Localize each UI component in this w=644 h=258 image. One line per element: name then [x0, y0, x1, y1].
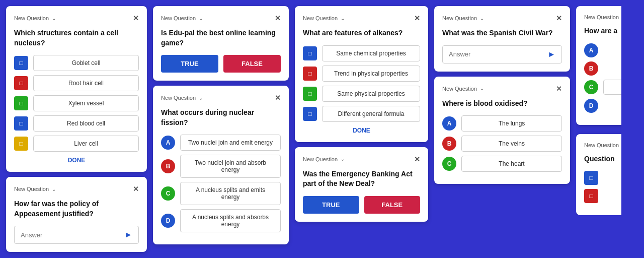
option-icon-3: □ [14, 96, 28, 110]
question-text-6: Was the Emergency Banking Act part of th… [303, 169, 420, 189]
option-icon-4: □ [14, 116, 28, 131]
option-fission-d: D A nucleus splits and absorbs energy [161, 209, 281, 232]
option-label-a2[interactable]: Trend in physical properties [322, 66, 420, 82]
send-icon[interactable]: ► [124, 230, 132, 239]
card-header-8: New Question ⌄ ✕ [442, 85, 562, 93]
option-label-3[interactable]: Xylem vessel [33, 95, 139, 111]
option-icon-a3: □ [303, 87, 317, 101]
option-icon-bb: B [442, 137, 456, 151]
option-icon-a1: □ [303, 46, 317, 60]
close-icon-8[interactable]: ✕ [556, 85, 562, 93]
option-alkane-1: □ Same chemical properties [303, 45, 420, 61]
close-icon[interactable]: ✕ [133, 14, 139, 22]
answer-input-container: ► [14, 226, 139, 244]
option-alkane-3: □ Same physical properties [303, 86, 420, 102]
new-question-label-9: New Question [584, 14, 619, 20]
option-alkane-2: □ Trend in physical properties [303, 66, 420, 82]
option-icon-bc: C [442, 157, 456, 171]
option-xylem: □ Xylem vessel [14, 95, 139, 111]
true-button[interactable]: TRUE [161, 55, 218, 73]
option-icon-fc: C [161, 186, 175, 201]
option-label-a4[interactable]: Different general formula [322, 106, 420, 122]
close-icon-3[interactable]: ✕ [275, 14, 281, 22]
new-question-label-7: New Question [442, 15, 477, 21]
close-icon-7[interactable]: ✕ [556, 14, 562, 22]
question-text-8: Where is blood oxidised? [442, 99, 562, 109]
option-label-fb[interactable]: Two nuclei join and absorb energy [180, 155, 281, 178]
false-button[interactable]: FALSE [223, 55, 281, 73]
option-label-bb[interactable]: The veins [461, 136, 562, 152]
option-label-1[interactable]: Goblet cell [33, 55, 139, 71]
question-text-7: What was the Spanish Civil War? [442, 28, 562, 38]
card-header-4: New Question ⌄ ✕ [161, 94, 281, 102]
option-icon-fb: B [161, 159, 175, 173]
option-label-ba[interactable]: The lungs [461, 115, 562, 132]
answer-input-2[interactable] [449, 50, 547, 58]
chevron-down-icon-6[interactable]: ⌄ [341, 156, 345, 162]
question-text-10: Question [584, 154, 621, 164]
new-question-label-2: New Question [14, 186, 49, 192]
answer-input[interactable] [21, 231, 124, 239]
chevron-down-icon-3[interactable]: ⌄ [199, 16, 203, 21]
option-icon-ba: A [442, 116, 456, 131]
chevron-down-icon-4[interactable]: ⌄ [199, 95, 203, 101]
option-alkane-4: □ Different general formula [303, 106, 420, 122]
chevron-down-icon-8[interactable]: ⌄ [480, 86, 484, 91]
card-nuclear-fission: New Question ⌄ ✕ What occurs during nucl… [153, 86, 289, 244]
option-icon-fd: D [161, 214, 175, 228]
option-goblet: □ Goblet cell [14, 55, 139, 71]
close-icon-4[interactable]: ✕ [275, 94, 281, 102]
false-button-2[interactable]: FALSE [364, 196, 421, 214]
done-button-2[interactable]: DONE [303, 127, 420, 134]
option-p2-2: □ [584, 189, 621, 203]
chevron-down-icon-7[interactable]: ⌄ [480, 16, 484, 21]
option-label-2[interactable]: Root hair cell [33, 75, 139, 91]
option-icon-p1a: A [584, 43, 598, 57]
option-label-p1c: Fr [603, 80, 621, 95]
option-p1-c: C Fr [584, 80, 621, 95]
new-question-label-5: New Question [303, 15, 338, 21]
option-icon-p1d: D [584, 99, 598, 113]
option-icon-fa: A [161, 136, 175, 150]
card-header-10: New Question [584, 142, 621, 148]
option-label-a3[interactable]: Same physical properties [322, 86, 420, 102]
answer-input-container-2: ► [442, 45, 562, 63]
option-roothair: □ Root hair cell [14, 75, 139, 91]
card-header-9: New Question [584, 14, 621, 20]
option-blood-c: C The heart [442, 156, 562, 172]
option-icon-p1c: C [584, 80, 598, 94]
question-text: Which structures contain a cell nucleus? [14, 28, 139, 48]
option-label-fd[interactable]: A nucleus splits and absorbs energy [180, 209, 281, 232]
new-question-label-3: New Question [161, 15, 196, 21]
option-blood-b: B The veins [442, 136, 562, 152]
card-blood-oxidised: New Question ⌄ ✕ Where is blood oxidised… [434, 77, 570, 184]
card-appeasement: New Question ⌄ ✕ How far was the policy … [6, 177, 147, 252]
true-button-2[interactable]: TRUE [303, 196, 359, 214]
option-label-5[interactable]: Liver cell [33, 136, 139, 152]
option-label-a1[interactable]: Same chemical properties [322, 45, 420, 61]
card-header-7: New Question ⌄ ✕ [442, 14, 562, 22]
option-label-bc[interactable]: The heart [461, 156, 562, 172]
close-icon-2[interactable]: ✕ [133, 185, 139, 193]
chevron-down-icon-5[interactable]: ⌄ [341, 16, 345, 21]
option-icon-5: □ [14, 137, 28, 151]
done-button[interactable]: DONE [14, 157, 139, 164]
option-blood-a: A The lungs [442, 115, 562, 132]
send-icon-2[interactable]: ► [547, 50, 555, 59]
card-partial-1: New Question How are a A B C Fr D [576, 6, 621, 125]
new-question-label-4: New Question [161, 95, 196, 101]
option-label-4[interactable]: Red blood cell [33, 115, 139, 132]
close-icon-5[interactable]: ✕ [414, 14, 420, 22]
option-label-fa[interactable]: Two nuclei join and emit energy [180, 135, 281, 151]
option-redblood: □ Red blood cell [14, 115, 139, 132]
new-question-label-6: New Question [303, 156, 338, 162]
chevron-down-icon-2[interactable]: ⌄ [52, 186, 56, 192]
true-false-container-2: TRUE FALSE [303, 196, 420, 214]
question-text-2: How far was the policy of Appeasement ju… [14, 199, 139, 219]
card-spanish-civil-war: New Question ⌄ ✕ What was the Spanish Ci… [434, 6, 570, 72]
close-icon-6[interactable]: ✕ [414, 155, 420, 163]
card-edupal: New Question ⌄ ✕ Is Edu-pal the best onl… [153, 6, 289, 81]
chevron-down-icon[interactable]: ⌄ [52, 16, 56, 21]
option-icon-1: □ [14, 56, 28, 70]
option-label-fc[interactable]: A nucleus splits and emits energy [180, 182, 281, 205]
